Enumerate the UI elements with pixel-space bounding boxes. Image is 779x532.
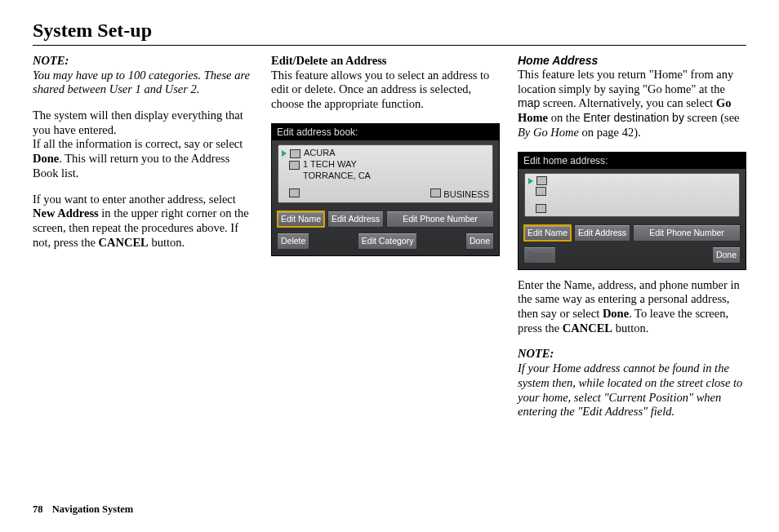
bygohome-ital: By Go Home <box>518 126 579 139</box>
newaddress-bold: New Address <box>33 206 99 219</box>
lcd-addr1: 1 TECH WAY <box>303 159 357 171</box>
btn-edit-category[interactable]: Edit Category <box>358 233 418 250</box>
note-block-home: NOTE: If your Home address cannot be fou… <box>518 347 746 419</box>
btn-delete-disabled: Delete <box>523 246 556 264</box>
para-editdelete: This feature allows you to select an add… <box>271 69 500 112</box>
text-sans: map <box>518 96 540 109</box>
device-title: Edit address book: <box>272 124 499 141</box>
text: If you want to enter another address, se… <box>33 193 236 206</box>
text: on page 42). <box>579 126 641 139</box>
device-edit-home-address: Edit home address: Edit Name Edit A <box>518 152 746 270</box>
lcd-row-2b: TORRANCE, CA <box>282 171 489 182</box>
column-3: Home Address This feature lets you retur… <box>518 54 746 419</box>
page-title: System Set-up <box>33 20 746 42</box>
btn-edit-name[interactable]: Edit Name <box>523 224 572 242</box>
house-icon <box>536 187 546 196</box>
lcd-name: ACURA <box>304 148 336 159</box>
heading-edit-delete: Edit/Delete an Address <box>271 54 500 69</box>
lcd-row-3 <box>528 196 736 213</box>
button-row-2: Delete Edit Category Done <box>272 230 499 255</box>
btn-done[interactable]: Done <box>465 233 494 250</box>
heading-home-address: Home Address <box>518 54 746 68</box>
column-2: Edit/Delete an Address This feature allo… <box>271 54 500 419</box>
folder-icon <box>430 188 441 197</box>
phone-icon <box>289 188 300 197</box>
text: This feature lets you return "Home" from… <box>518 68 733 95</box>
title-rule <box>33 45 746 46</box>
button-row-1: Edit Name Edit Address Edit Phone Number <box>272 208 499 230</box>
lcd-row-3: BUSINESS <box>282 182 489 201</box>
text: If all the information is correct, say o… <box>33 137 243 150</box>
para-display: The system will then display everything … <box>33 109 253 180</box>
lcd-category: BUSINESS <box>443 189 489 199</box>
footer-label: Navigation System <box>52 503 134 515</box>
card-icon <box>290 149 300 158</box>
text: screen. Alternatively, you can select <box>540 96 716 109</box>
note-body: You may have up to 100 categories. These… <box>33 69 250 96</box>
column-1: NOTE: You may have up to 100 categories.… <box>33 54 253 419</box>
para-home-intro: This feature lets you return "Home" from… <box>518 68 746 140</box>
lcd-addr2: TORRANCE, CA <box>303 171 371 182</box>
lcd-screen <box>524 173 740 217</box>
text: The system will then display everything … <box>33 109 243 136</box>
btn-done[interactable]: Done <box>712 246 741 264</box>
lcd-row-2 <box>528 185 736 196</box>
text: button. <box>612 321 648 335</box>
text: . This will return you to the Address Bo… <box>33 152 229 180</box>
text: button. <box>149 236 185 249</box>
text: on the <box>548 111 583 124</box>
card-icon <box>536 176 547 185</box>
btn-delete[interactable]: Delete <box>277 233 309 250</box>
note-label: NOTE: <box>518 347 554 360</box>
columns: NOTE: You may have up to 100 categories.… <box>33 54 746 419</box>
text: screen (see <box>684 111 740 124</box>
button-row-1: Edit Name Edit Address Edit Phone Number <box>519 222 746 244</box>
text-sans: Enter destination by <box>583 111 684 124</box>
page-footer: 78 Navigation System <box>33 503 133 516</box>
para-home-enter: Enter the Name, address, and phone numbe… <box>518 278 746 336</box>
note-body: If your Home address cannot be found in … <box>518 361 742 418</box>
btn-edit-address[interactable]: Edit Address <box>327 211 384 228</box>
note-block: NOTE: You may have up to 100 categories.… <box>33 54 253 97</box>
page-number: 78 <box>33 503 43 515</box>
lcd-row-1: ACURA <box>282 148 489 159</box>
play-icon <box>528 178 533 184</box>
device-title: Edit home address: <box>519 153 746 170</box>
note-label: NOTE: <box>33 54 69 67</box>
cancel-bold: CANCEL <box>99 236 149 249</box>
lcd-screen: ACURA 1 TECH WAY TORRANCE, CA BUSINESS <box>278 144 493 203</box>
btn-edit-address[interactable]: Edit Address <box>574 224 630 242</box>
para-newaddress: If you want to enter another address, se… <box>33 193 253 250</box>
play-icon <box>282 150 287 157</box>
btn-edit-name[interactable]: Edit Name <box>277 211 325 228</box>
cancel-bold: CANCEL <box>563 321 612 335</box>
lcd-row-1 <box>528 176 736 185</box>
done-bold: Done <box>603 307 629 320</box>
lcd-row-2: 1 TECH WAY <box>282 159 489 171</box>
btn-edit-phone[interactable]: Edit Phone Number <box>633 224 741 242</box>
phone-icon <box>536 204 546 213</box>
done-bold: Done <box>33 152 59 165</box>
button-row-2: Delete Done <box>519 244 746 269</box>
device-edit-address-book: Edit address book: ACURA 1 TECH WAY TORR… <box>271 123 500 256</box>
btn-edit-phone[interactable]: Edit Phone Number <box>386 211 494 228</box>
house-icon <box>289 161 300 170</box>
